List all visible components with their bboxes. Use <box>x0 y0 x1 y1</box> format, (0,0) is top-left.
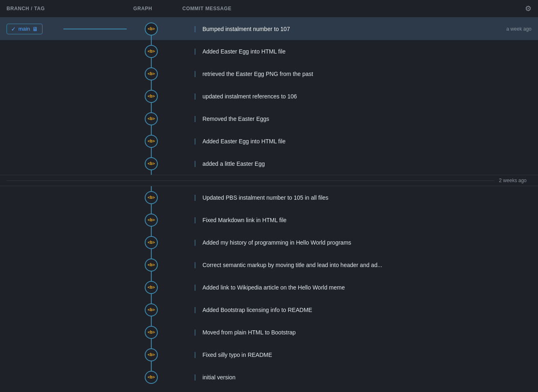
pipe-separator: | <box>194 374 196 381</box>
graph-node: <b> <box>145 236 158 249</box>
graph-node: <b> <box>145 214 158 227</box>
graph-col: <b> <box>127 276 176 298</box>
pipe-separator: | <box>194 115 196 122</box>
commit-row[interactable]: <b>|Correct semantic markup by moving ti… <box>0 254 538 276</box>
graph-col: <b> <box>127 321 176 343</box>
commit-row[interactable]: <b>|Fixed Markdown link in HTML file <box>0 209 538 231</box>
commit-row[interactable]: <b>|Updated PBS instalment number to 105… <box>0 186 538 209</box>
node-label: <b> <box>148 330 155 334</box>
graph-col: <b> <box>127 62 176 85</box>
node-label: <b> <box>148 139 155 143</box>
commit-message-text: Added my history of programming in Hello… <box>202 239 351 246</box>
commit-message-col: |Updated PBS instalment number to 105 in… <box>176 194 538 201</box>
commit-row[interactable]: <b>|updated instalment references to 106 <box>0 85 538 107</box>
commit-row[interactable]: <b>|Removed the Easter Eggs <box>0 107 538 130</box>
node-label: <b> <box>148 195 155 200</box>
gear-icon[interactable]: ⚙ <box>525 4 531 13</box>
branch-badge[interactable]: ✓ main 🖥 <box>7 24 43 34</box>
commit-message-col: |Bumped instalment number to 107a week a… <box>176 25 538 33</box>
header-graph: GRAPH <box>133 6 182 11</box>
commit-message-text: retrieved the Easter Egg PNG from the pa… <box>202 71 313 77</box>
pipe-separator: | <box>194 284 196 291</box>
pipe-separator: | <box>194 25 196 33</box>
graph-node: <b> <box>145 112 158 125</box>
graph-col: <b> <box>127 130 176 152</box>
header-commit-message: COMMIT MESSAGE <box>182 6 525 11</box>
node-label: <b> <box>148 94 155 98</box>
commit-row[interactable]: <b>|Added Bootstrap licensing info to RE… <box>0 298 538 321</box>
node-label: <b> <box>148 49 155 53</box>
graph-col: <b> <box>127 343 176 366</box>
commit-message-text: Added link to Wikipedia article on the H… <box>202 284 345 291</box>
branch-connector-line <box>63 29 127 29</box>
graph-node: <b> <box>145 135 158 148</box>
commit-message-col: |Fixed silly typo in README <box>176 351 538 359</box>
graph-col: <b> <box>127 85 176 107</box>
graph-node: <b> <box>145 67 158 80</box>
commit-message-text: Bumped instalment number to 107 <box>202 26 290 32</box>
commit-message-col: |Added my history of programming in Hell… <box>176 239 538 246</box>
pipe-separator: | <box>194 239 196 246</box>
commit-list: ✓ main 🖥 <b>|Bumped instalment number to… <box>0 18 538 388</box>
pipe-separator: | <box>194 329 196 336</box>
commit-row[interactable]: <b>|Added link to Wikipedia article on t… <box>0 276 538 298</box>
pipe-separator: | <box>194 138 196 145</box>
pipe-separator: | <box>194 306 196 314</box>
graph-node: <b> <box>145 157 158 170</box>
header-branch-tag: BRANCH / TAG <box>7 6 133 11</box>
branch-name: main <box>18 26 30 32</box>
graph-node: <b> <box>145 371 158 384</box>
graph-col: <b> <box>127 152 176 175</box>
commit-message-text: updated instalment references to 106 <box>202 93 297 100</box>
graph-col: <b> <box>127 186 176 209</box>
node-label: <b> <box>148 27 155 31</box>
commit-message-text: Fixed silly typo in README <box>202 352 272 358</box>
graph-col: <b> <box>127 107 176 130</box>
graph-node: <b> <box>145 303 158 316</box>
commit-message-col: |Correct semantic markup by moving title… <box>176 261 538 269</box>
node-label: <b> <box>148 240 155 245</box>
node-label: <b> <box>148 263 155 267</box>
graph-node: <b> <box>145 191 158 204</box>
graph-node: <b> <box>145 90 158 103</box>
graph-col: <b> <box>127 254 176 276</box>
pipe-separator: | <box>194 194 196 201</box>
commit-row[interactable]: <b>|added a little Easter Egg <box>0 152 538 175</box>
commit-message-text: Moved from plain HTML to Bootstrap <box>202 329 296 336</box>
commit-row[interactable]: <b>|Added Easter Egg into HTML file <box>0 40 538 62</box>
commit-message-col: |Added Bootstrap licensing info to READM… <box>176 306 538 314</box>
graph-col: <b> <box>127 298 176 321</box>
timestamp-2weeks: 2 weeks ago <box>494 178 531 183</box>
node-label: <b> <box>148 71 155 76</box>
commit-message-text: Added Bootstrap licensing info to README <box>202 307 312 313</box>
commit-message-text: initial version <box>202 374 235 381</box>
commit-message-col: |Added Easter Egg into HTML file <box>176 48 538 55</box>
timestamp-week-ago: a week ago <box>507 26 531 32</box>
pipe-separator: | <box>194 48 196 55</box>
commit-message-col: |added a little Easter Egg <box>176 160 538 167</box>
commit-message-text: Added Easter Egg into HTML file <box>202 138 285 145</box>
node-label: <b> <box>148 116 155 121</box>
check-icon: ✓ <box>11 26 16 32</box>
commit-message-col: |Added link to Wikipedia article on the … <box>176 284 538 291</box>
commit-message-text: Added Easter Egg into HTML file <box>202 48 285 55</box>
commit-row[interactable]: <b>|Added Easter Egg into HTML file <box>0 130 538 152</box>
commit-message-col: |Added Easter Egg into HTML file <box>176 138 538 145</box>
commit-row[interactable]: <b>|retrieved the Easter Egg PNG from th… <box>0 62 538 85</box>
commit-message-col: |initial version <box>176 374 538 381</box>
header-row: BRANCH / TAG GRAPH COMMIT MESSAGE ⚙ <box>0 0 538 18</box>
commit-message-col: |Moved from plain HTML to Bootstrap <box>176 329 538 336</box>
pipe-separator: | <box>194 351 196 359</box>
commit-row[interactable]: <b>|Moved from plain HTML to Bootstrap <box>0 321 538 343</box>
graph-node: <b> <box>145 258 158 272</box>
graph-col: <b> <box>127 18 176 40</box>
node-label: <b> <box>148 307 155 312</box>
commit-row[interactable]: ✓ main 🖥 <b>|Bumped instalment number to… <box>0 18 538 40</box>
commit-message-col: |Fixed Markdown link in HTML file <box>176 216 538 224</box>
node-label: <b> <box>148 218 155 222</box>
node-label: <b> <box>148 375 155 379</box>
commit-row[interactable]: <b>|Added my history of programming in H… <box>0 231 538 254</box>
graph-node: <b> <box>145 45 158 58</box>
commit-row[interactable]: <b>|initial version <box>0 366 538 388</box>
commit-row[interactable]: <b>|Fixed silly typo in README <box>0 343 538 366</box>
